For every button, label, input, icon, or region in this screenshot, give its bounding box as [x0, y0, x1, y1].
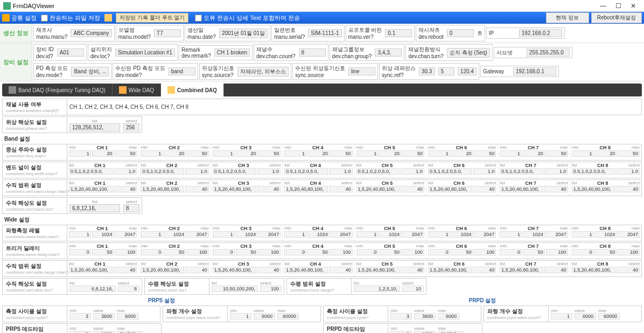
- prpd-wave-panel: 파형 개수 설정combined.prpd.wave.count? min1va…: [484, 306, 642, 322]
- manufacturer-field: 제조사manu.manu?ABC Company: [33, 25, 115, 41]
- channel-cell: minCH 6max110242047: [426, 225, 498, 241]
- channel-cell: minCH 3max050100: [211, 243, 282, 259]
- channel-cell: listCH 8select1,5,20,40,80,100,40: [570, 180, 641, 196]
- device-settings-label: 장비 설정: [0, 43, 32, 81]
- manufacturer-value[interactable]: ABC Company: [71, 29, 111, 37]
- channel-cell: minCH 7max110242047: [498, 225, 569, 241]
- channel-cell: listCH 7select0.5,1.0,2.0,5.0,1.0: [498, 162, 569, 178]
- daq-tabs: Band DAQ (Frequency Tuning DAQ) Wide DAQ…: [2, 84, 642, 96]
- subnet-field: 서브넷255.255.255.0: [494, 47, 572, 58]
- current-info-button[interactable]: 현재 정보: [546, 12, 589, 23]
- toolbar: 공통 설정 전송하는 파일 저장 저장된 기록 폴더 루트 열기 오류 전송시 …: [0, 12, 644, 24]
- channel-cell: listCH 6select1,5,20,40,80,100,40: [426, 180, 498, 196]
- channel-cell: minCH 4max050100: [282, 243, 354, 259]
- vert-wide-range-panel: 수직 범위 설정combined.vert.wide.range.chan? l…: [2, 260, 642, 277]
- ip-value[interactable]: 192.168.0.2: [519, 29, 562, 37]
- ip-field: IP192.168.0.2: [486, 27, 565, 39]
- manudate-field: 생산일manu.date?2001년 01월 01일: [185, 25, 270, 41]
- channel-cell: listCH 3select1,5,20,40,80,100,40: [211, 180, 282, 196]
- prps-header: PRPS 설정: [2, 296, 321, 306]
- phase-res-panel: 위상 해상도 설정combined.phase.res? list128,256…: [2, 116, 142, 133]
- channel-cell: listCH 8select1,5,20,40,80,100,40: [570, 261, 641, 276]
- vert-wide-res-panel: 수직 해상도 설정combined.vert.wide.res? list6,8…: [2, 278, 142, 295]
- save-file-checkbox[interactable]: [41, 15, 48, 22]
- settings-icon: [2, 14, 10, 22]
- model-value[interactable]: T7: [154, 29, 181, 37]
- channel-cell: listCH 2select0.5,1.0,2.0,5.0,1.0: [138, 162, 210, 178]
- channel-cell: listCH 6select0.5,1.0,2.0,5.0,1.0: [426, 162, 498, 178]
- prps-deadtime-panel: PRPS 데드타임combined.prps.deadtime? min0val…: [2, 323, 162, 333]
- channel-usage-panel: 채널 사용 여부combined.enabled.chan[#]? CH 1, …: [2, 99, 642, 115]
- chgroup-field: 채널그룹정보dev.chan.group?3,4,3,: [330, 44, 405, 61]
- channel-cell: minCH 4max12050: [282, 144, 354, 160]
- maximize-button[interactable]: ☐: [611, 1, 626, 11]
- tab-wide-daq[interactable]: Wide DAQ: [113, 84, 161, 96]
- production-info-label: 생산 정보: [0, 24, 32, 43]
- restart-value[interactable]: 0: [447, 29, 474, 37]
- channel-cell: listCH 8select0.5,1.0,2.0,5.0,1.0: [570, 162, 641, 178]
- protover-value[interactable]: 0.1: [385, 29, 412, 37]
- prps-wave-panel: 파형 개수 설정combined.prps.wave.count? min1va…: [163, 306, 321, 322]
- channel-cell: minCH 1max110242047: [67, 225, 138, 241]
- error-detail-checkbox[interactable]: [195, 15, 202, 22]
- restart-field: 재시작초dev.reboot0초: [416, 25, 485, 41]
- rxpdmode-field: 수신된 PD 측정 모드dev.mode?band: [113, 63, 198, 80]
- folder-icon: [167, 86, 175, 94]
- channel-cell: listCH 3select0.5,1.0,2.0,5.0,1.0: [211, 162, 282, 178]
- channel-cell: listCH 4select1,5,20,40,80,100,40: [282, 261, 354, 276]
- prpd-header: PRPD 설정: [323, 296, 642, 306]
- phaseref-field: 위상 레퍼런스sync.ref?30.35120.4: [379, 63, 479, 80]
- protover-field: 프로토콜 버전manu.ver?0.1: [346, 25, 415, 41]
- serial-field: 일련번호manu.serial?SIM-1111-1: [271, 25, 345, 41]
- channel-cell: listCH 2select1,5,20,40,80,100,40: [138, 261, 210, 276]
- prpd-cycle-panel: 측정 사이클 설정combined.prpd.cycle? min3value3…: [323, 306, 481, 322]
- minimize-button[interactable]: —: [596, 1, 611, 11]
- close-button[interactable]: ✕: [626, 1, 641, 11]
- chcount-field: 채널수dev.chan.count?8: [254, 44, 328, 61]
- grid-icon: [119, 86, 127, 94]
- horiz-range-panel: 수평 범위 설정combined.horiz.range? list1,2,5,…: [286, 278, 426, 295]
- channel-cell: listCH 3select1,5,20,40,80,100,40: [211, 261, 282, 276]
- horiz-res-panel: 수평 해상도 설정combined.horiz.res? list10,50,1…: [144, 278, 284, 295]
- open-folder-button[interactable]: 저장된 기록 폴더 루트 열기: [116, 13, 188, 23]
- channel-cell: minCH 2max12050: [138, 144, 210, 160]
- tab-combined-daq[interactable]: Combined DAQ: [161, 84, 224, 96]
- window-title: FrmDAQViewer: [13, 3, 54, 9]
- channel-cell: minCH 2max050100: [138, 243, 210, 259]
- channel-usage-value[interactable]: CH 1, CH 2, CH 3, CH 4, CH 5, CH 6, CH 7…: [69, 104, 188, 110]
- band-width-panel: 밴드 넓이 설정combined.freq.width.chan? listCH…: [2, 162, 642, 178]
- channel-cell: listCH 7select1,5,20,40,80,100,40: [498, 261, 569, 276]
- prps-cycle-panel: 측정 사이클 설정combined.prps.cycle? min3value3…: [2, 306, 160, 322]
- channel-cell: minCH 6max050100: [426, 243, 498, 259]
- channel-cell: minCH 5max12050: [354, 144, 426, 160]
- channel-cell: listCH 6select1,5,20,40,80,100,40: [426, 261, 498, 276]
- manudate-value[interactable]: 2001년 01월 01일: [219, 29, 268, 38]
- channel-cell: minCH 8max110242047: [570, 225, 641, 241]
- trig-delay-panel: 트리거 딜레이combined.wave.delay.chan? minCH 1…: [2, 242, 642, 259]
- channel-cell: listCH 5select1,5,20,40,80,100,40: [354, 261, 426, 276]
- center-freq-panel: 중심 주파수 설정combined.freq.chan? minCH 1max1…: [2, 144, 642, 161]
- wide-header: Wide 설정: [4, 216, 642, 224]
- channel-cell: minCH 8max050100: [570, 243, 641, 259]
- channel-cell: listCH 1select0.5,1.0,2.0,5.0,1.0: [67, 162, 138, 178]
- channel-cell: minCH 8max12050: [570, 144, 641, 160]
- device-settings-row: 장비 설정 장비 IDdev.id?A01 설치위치dev.loc?Simula…: [0, 43, 644, 81]
- tab-band-daq[interactable]: Band DAQ (Frequency Tuning DAQ): [2, 84, 113, 96]
- channel-cell: listCH 5select0.5,1.0,2.0,5.0,1.0: [354, 162, 426, 178]
- channel-cell: minCH 4max110242047: [282, 225, 354, 241]
- serial-value[interactable]: SIM-1111-1: [308, 29, 341, 37]
- production-info-row: 생산 정보 제조사manu.manu?ABC Company 모델명manu.m…: [0, 24, 644, 43]
- channel-cell: minCH 5max110242047: [354, 225, 426, 241]
- app-icon: [3, 2, 11, 10]
- channel-cell: listCH 2select1,5,20,40,80,100,40: [138, 180, 210, 196]
- channel-cell: minCH 3max110242047: [211, 225, 282, 241]
- channel-cell: minCH 7max050100: [498, 243, 569, 259]
- channel-cell: minCH 2max110242047: [138, 225, 210, 241]
- channel-cell: minCH 7max12050: [498, 144, 569, 160]
- grid-icon: [9, 86, 16, 94]
- folder-icon: [104, 14, 112, 22]
- channel-cell: minCH 5max050100: [354, 243, 426, 259]
- error-detail-label: 오류 전송시 상세 Text 포함하여 전송: [204, 14, 299, 22]
- reboot-button[interactable]: Reboot후재설정: [591, 12, 642, 23]
- devid-field: 장비 IDdev.id?A01: [33, 44, 87, 61]
